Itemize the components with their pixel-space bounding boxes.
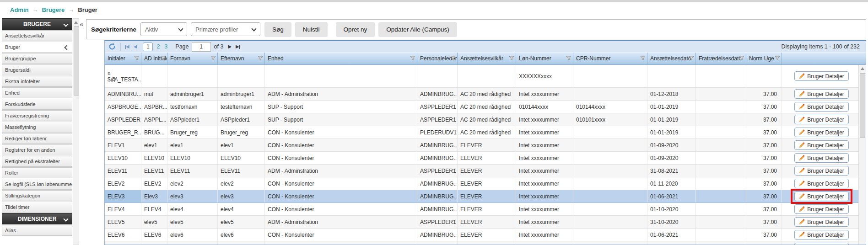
opdater-alle-campus-button[interactable]: Opdater Alle (Campus) <box>378 22 457 37</box>
table-row[interactable]: ELEV4ELEV4elev4elev4CON - KonsulenterADM… <box>105 203 866 216</box>
sidebar-item-brugersaldi[interactable]: Brugersaldi <box>2 64 72 75</box>
status-filter-select[interactable]: Aktiv <box>140 22 187 36</box>
grid-scrollbar[interactable] <box>858 65 866 245</box>
column-header-ad-initialer[interactable]: AD Initialer <box>141 53 167 64</box>
table-row[interactable]: ELEV2ELEV2elev2elev2CON - KonsulenterADM… <box>105 177 866 190</box>
bruger-detaljer-button[interactable]: Bruger Detaljer <box>794 153 849 163</box>
column-header-fornavn[interactable]: Fornavn <box>167 53 218 64</box>
table-cell: ELEV10 <box>141 152 167 164</box>
current-page-indicator[interactable]: 1 <box>143 43 153 51</box>
bruger-detaljer-button[interactable]: Bruger Detaljer <box>794 230 849 240</box>
breadcrumb-item-brugere[interactable]: Brugere <box>42 6 65 13</box>
page-link-2[interactable]: 2 <box>156 43 160 50</box>
filter-icon[interactable] <box>775 56 780 61</box>
column-header-fratr-delsesdato[interactable]: Fratrædelsesdato <box>696 53 746 64</box>
sidebar-item-ekstra-infofelter[interactable]: Ekstra infofelter <box>2 76 72 87</box>
table-cell-actions: Bruger Detaljer <box>782 241 866 245</box>
sidebar-item-rettighed-p-ekstrafelter[interactable]: Rettighed på ekstrafelter <box>2 156 72 167</box>
table-row[interactable]: ASPPLEDER1ASPPL...ASPpleder1ASPpleder1SU… <box>105 113 866 126</box>
sidebar-item-bruger[interactable]: Bruger <box>2 42 72 53</box>
bruger-detaljer-button[interactable]: Bruger Detaljer <box>794 204 849 214</box>
sidebar-item-ans-ttelsesvilk-r[interactable]: Ansættelsesvilkår <box>2 30 72 41</box>
sidebar-scrollbar[interactable] <box>73 18 79 245</box>
bruger-detaljer-button[interactable]: Bruger Detaljer <box>794 243 849 245</box>
sidebar-item-alias[interactable]: Alias <box>2 225 72 236</box>
first-page-button[interactable]: ◀ <box>125 44 129 49</box>
bruger-detaljer-button[interactable]: Bruger Detaljer <box>794 217 849 227</box>
column-header-cpr-nummer[interactable]: CPR-Nummer <box>573 53 647 64</box>
table-row[interactable]: ELEV6ELEV6elev6elev6CON - KonsulenterADM… <box>105 229 866 241</box>
column-header-ans-ttelsesvilk-r[interactable]: Ansættelsesvilkår <box>458 53 516 64</box>
bruger-detaljer-button[interactable]: Bruger Detaljer <box>794 166 849 176</box>
sidebar-scrollbar-thumb[interactable] <box>74 26 79 96</box>
filter-icon[interactable] <box>410 56 415 61</box>
opret-ny-button[interactable]: Opret ny <box>336 22 375 37</box>
profile-filter-select[interactable]: Primære profiler <box>191 22 260 36</box>
sidebar-item-registrer-for-en-anden[interactable]: Registrer for en anden <box>2 144 72 155</box>
page-link-3[interactable]: 3 <box>164 43 167 50</box>
table-row[interactable]: ELEV5elev5elev5elev5ADM - AdminstrationA… <box>105 216 866 229</box>
column-header-efternavn[interactable]: Efternavn <box>218 53 265 64</box>
sidebar-item-roller[interactable]: Roller <box>2 167 72 178</box>
filter-icon[interactable] <box>258 56 263 61</box>
sidebar-item-brugergruppe[interactable]: Brugergruppe <box>2 53 72 64</box>
sidebar-collapse-icon[interactable]: « <box>80 20 83 28</box>
next-page-button[interactable]: ▶ <box>228 44 232 49</box>
table-row[interactable]: ELEV1elev1elev1elev1CON - KonsulenterADM… <box>105 139 866 152</box>
column-header-enhed[interactable]: Enhed <box>265 53 417 64</box>
filter-icon[interactable] <box>566 56 571 61</box>
sidebar-section-dimensioner[interactable]: DIMENSIONER <box>2 213 72 224</box>
sidebar-item-se-logfil-sls-l-n-l-benummer[interactable]: Se logfil (SLS løn løbenummer) <box>2 179 72 190</box>
column-header-norm-uge[interactable]: Norm Uge <box>746 53 782 64</box>
filter-icon[interactable] <box>210 56 216 61</box>
sidebar-item-frav-rsregistrering[interactable]: Fraværsregistrering <box>2 110 72 121</box>
filter-icon[interactable] <box>134 56 140 61</box>
column-header-initialer[interactable]: Initialer <box>105 53 141 64</box>
nulstil-button[interactable]: Nulstil <box>295 22 328 37</box>
sidebar-section-brugere[interactable]: BRUGERE <box>2 18 72 30</box>
sidebar-item-enhed[interactable]: Enhed <box>2 87 72 98</box>
last-page-button[interactable]: ▶ <box>236 44 240 49</box>
bruger-detaljer-button[interactable]: Bruger Detaljer <box>794 140 849 150</box>
sidebar-item-tildel-timer[interactable]: Tildel timer <box>2 202 72 213</box>
sidebar-item-forskudsferie[interactable]: Forskudsferie <box>2 99 72 110</box>
column-header-ans-ttelsesdato[interactable]: Ansættelsesdato <box>647 53 696 64</box>
filter-icon[interactable] <box>160 56 166 61</box>
bruger-detaljer-button[interactable]: Bruger Detaljer <box>794 128 849 137</box>
table-cell: ELEV2 <box>141 177 167 190</box>
column-header-l-n-nummer[interactable]: Løn-Nummer <box>516 53 573 64</box>
page-number-input[interactable] <box>192 42 211 52</box>
bruger-detaljer-button[interactable]: Bruger Detaljer <box>794 179 849 188</box>
previous-page-button[interactable]: ◀ <box>134 44 137 49</box>
breadcrumb-item-admin[interactable]: Admin <box>10 6 28 13</box>
grid-scrollbar-thumb[interactable] <box>860 73 865 138</box>
table-row[interactable]: ELEV3Elev3elev3elev3CON - KonsulenterADM… <box>105 190 866 203</box>
bruger-detaljer-button[interactable]: Bruger Detaljer <box>794 192 849 201</box>
bruger-detaljer-button[interactable]: Bruger Detaljer <box>794 71 849 81</box>
table-row[interactable]: ASPBRUGE...ASPBR...testfornavntesteftern… <box>105 101 866 113</box>
column-header-personaleleder[interactable]: Personaleleder <box>417 53 458 64</box>
refresh-icon[interactable] <box>108 43 116 51</box>
s-g-button[interactable]: Søg <box>264 22 291 37</box>
bruger-detaljer-button[interactable]: Bruger Detaljer <box>794 115 849 124</box>
table-row[interactable]: ADMINBRU...muladminbruger1adminbruger1AD… <box>105 88 866 101</box>
sidebar-item-stillingskategori[interactable]: Stillingskategori <box>2 190 72 201</box>
scroll-up-icon[interactable] <box>74 21 78 24</box>
table-cell: ELEVER <box>458 152 516 164</box>
bruger-detaljer-button[interactable]: Bruger Detaljer <box>794 89 849 99</box>
filter-icon[interactable] <box>739 56 744 61</box>
scroll-up-icon[interactable] <box>861 67 864 70</box>
table-row[interactable]: ¤ $@\_TESTA...XXXXXXxxxx Bruger Detaljer <box>105 65 866 88</box>
sidebar-item-rediger-l-n-l-benr[interactable]: Rediger løn løbenr <box>2 133 72 144</box>
table-row[interactable]: ELEV11ELEV11ELEV11ELEV11ADM - Adminstrat… <box>105 165 866 177</box>
filter-icon[interactable] <box>640 56 646 61</box>
table-row[interactable]: BRUGER_R...BRUG...Bruger_regBruger_regCO… <box>105 126 866 139</box>
table-row[interactable]: ELEV10ELEV10ELEV10ELEV10CON - Konsulente… <box>105 152 866 165</box>
bruger-detaljer-button[interactable]: Bruger Detaljer <box>794 102 849 112</box>
filter-icon[interactable] <box>689 56 694 61</box>
sidebar-item-masseflytning[interactable]: Masseflytning <box>2 122 72 133</box>
table-cell: ADMINBRUG... <box>417 241 458 245</box>
filter-icon[interactable] <box>450 56 456 61</box>
table-row[interactable]: ELEV7ELEV7ELEV7ELEV7CON - KonsulenterADM… <box>105 241 866 245</box>
filter-icon[interactable] <box>509 56 514 61</box>
